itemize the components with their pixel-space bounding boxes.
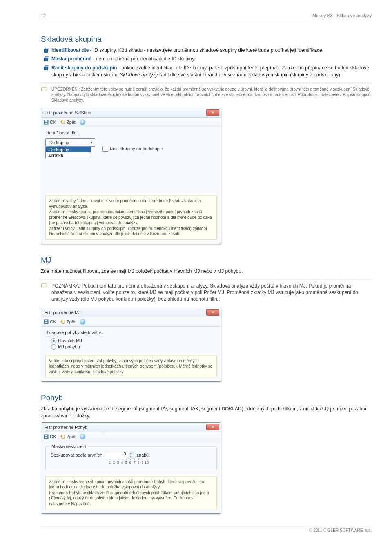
book-icon (41, 87, 49, 94)
scale-tick: 5 (124, 460, 128, 464)
sort-into-subgroups-checkbox[interactable]: řadit skupiny do podskupin (102, 146, 163, 152)
hint-box: Volíte, zda si přejete sledovat pohyby s… (45, 355, 217, 378)
back-label: Zpět (67, 120, 76, 125)
close-icon[interactable]: ✕ (206, 309, 219, 316)
radio-icon[interactable] (51, 344, 56, 350)
bullet-item: Maska proměnné - není umožněna pro ident… (44, 56, 372, 62)
hint-box: Zadáním volby "Identifikovat dle" volíte… (45, 195, 217, 240)
help-icon[interactable]: ? (80, 319, 85, 325)
svg-rect-5 (45, 320, 47, 321)
note-text: UPOZORNĚNÍ: Zatržením této volby se nutn… (51, 87, 372, 103)
combo-dropdown-list[interactable]: ID skupiny Zkratka (45, 147, 91, 158)
back-button[interactable]: Zpět (60, 120, 76, 125)
svg-rect-7 (45, 437, 47, 438)
section-title-mj: MJ (41, 256, 372, 265)
back-button[interactable]: Zpět (60, 319, 76, 324)
warning-note: UPOZORNĚNÍ: Zatržením této volby se nutn… (41, 87, 372, 103)
dialog-toolbar: OK Zpět ? (41, 432, 221, 441)
body-text: Zde máte možnost filtrovat, zda se mají … (41, 268, 372, 275)
dialog-titlebar[interactable]: Filtr proměnné MJ ✕ (41, 308, 221, 317)
ok-button[interactable]: OK (44, 434, 56, 439)
divider (41, 83, 372, 83)
help-icon[interactable]: ? (80, 119, 85, 125)
page-header: 12 Money S3 - Skladové analýzy (41, 13, 372, 20)
bullet-icon (44, 48, 48, 52)
divider (41, 279, 372, 279)
bullet-text: - ID skupiny, Kód skladu - nastavujete p… (89, 47, 323, 53)
identify-by-combo[interactable]: ID skupiny ▼ (45, 138, 95, 147)
close-icon[interactable]: ✕ (206, 424, 219, 430)
dialog-title: Filtr proměnné MJ (45, 310, 81, 315)
dialog-title: Filtr proměnné Pohyb (45, 425, 87, 430)
close-icon[interactable]: ✕ (206, 109, 219, 116)
scale-tick: 1 (108, 460, 112, 464)
scale-tick: 6 (128, 460, 132, 464)
bullet-text: - není umožněna pro identifikaci dle ID … (91, 56, 196, 62)
dialog-sklskup: Filtr proměnné SklSkup ✕ OK Zpět ? Ident… (41, 108, 221, 244)
dialog-toolbar: OK Zpět ? (41, 118, 221, 127)
bullet-bold: Identifikovat dle (51, 47, 89, 53)
hint-box: Zadáním masky vymezíte počet prvních zna… (45, 476, 217, 510)
scale-tick: 9 (140, 460, 145, 464)
dialog-titlebar[interactable]: Filtr proměnné Pohyb ✕ (41, 423, 221, 432)
field-label: Identifikovat dle... (45, 130, 217, 135)
bullet-item: Identifikovat dle - ID skupiny, Kód skla… (44, 47, 372, 54)
spinner-up-icon[interactable]: ▲ (128, 451, 134, 455)
radio-mj-pohybu[interactable]: MJ pohybu (51, 344, 217, 350)
mask-fieldset: Maska seskupení Seskupovat podle prvních… (45, 446, 217, 470)
mask-spinner[interactable]: 0 ▲▼ (105, 451, 134, 459)
scale-tick: 3 (116, 460, 120, 464)
ok-button[interactable]: OK (44, 319, 56, 324)
mask-label-before: Seskupovat podle prvních (51, 453, 102, 457)
mask-label-after: znaků. (137, 453, 150, 457)
bullet-bold: Maska proměnné (51, 56, 91, 62)
help-icon[interactable]: ? (80, 434, 85, 439)
radio-label: MJ pohybu (58, 344, 80, 349)
bullet-icon (44, 56, 48, 60)
body-text: Zkratka pohybu je vytvářena ze tří segme… (41, 406, 372, 420)
radio-label: hlavních MJ (58, 338, 82, 343)
combo-option[interactable]: Zkratka (46, 152, 91, 158)
spinner-down-icon[interactable]: ▼ (128, 455, 134, 459)
section-title-skladova-skupina: Skladová skupina (41, 35, 372, 44)
svg-rect-1 (45, 123, 47, 124)
svg-rect-8 (45, 435, 47, 436)
dialog-titlebar[interactable]: Filtr proměnné SklSkup ✕ (41, 108, 221, 118)
back-label: Zpět (67, 319, 76, 324)
radio-hlavnich-mj[interactable]: hlavních MJ (51, 338, 217, 343)
checkbox-icon[interactable] (102, 146, 108, 152)
bullet-item: Řadit skupiny do podskupin - pokud zvolí… (44, 65, 372, 79)
spinner-value: 0 (105, 451, 128, 459)
bullet-list: Identifikovat dle - ID skupiny, Kód skla… (44, 47, 372, 79)
book-icon (41, 283, 49, 290)
bullet-icon (44, 65, 48, 69)
ok-label: OK (50, 120, 56, 125)
scale-tick: 10 (145, 460, 149, 464)
ok-label: OK (50, 319, 56, 324)
bullet-bold: Řadit skupiny do podskupin (51, 65, 117, 71)
svg-rect-2 (45, 120, 47, 122)
back-label: Zpět (67, 434, 76, 439)
field-label: Skladové pohyby sledovat v... (45, 330, 217, 335)
back-button[interactable]: Zpět (60, 434, 76, 439)
dialog-pohyb: Filtr proměnné Pohyb ✕ OK Zpět ? Maska s… (41, 422, 221, 514)
page-footer: © 2011 CÍGLER SOFTWARE, a.s. (41, 526, 372, 533)
dialog-mj: Filtr proměnné MJ ✕ OK Zpět ? Skladové p… (41, 308, 221, 382)
note-text: POZNÁMKA: Pokud není tato proměnná obsaž… (51, 283, 372, 303)
scale-tick: 7 (132, 460, 136, 464)
scale-tick: 2 (112, 460, 116, 464)
svg-rect-4 (45, 322, 47, 323)
section-title-pohyb: Pohyb (41, 393, 372, 402)
ok-label: OK (50, 434, 56, 439)
ok-button[interactable]: OK (44, 120, 56, 125)
doc-title: Money S3 - Skladové analýzy (312, 13, 372, 18)
checkbox-label: řadit skupiny do podskupin (110, 146, 163, 151)
combo-value: ID skupiny (48, 140, 69, 145)
scale-tick: 8 (136, 460, 140, 464)
note-row: POZNÁMKA: Pokud není tato proměnná obsaž… (41, 283, 372, 303)
chevron-down-icon: ▼ (90, 141, 93, 145)
scale-tick: 4 (120, 460, 124, 464)
radio-icon[interactable] (51, 338, 56, 343)
combo-option[interactable]: ID skupiny (46, 147, 91, 152)
dialog-toolbar: OK Zpět ? (41, 317, 221, 327)
